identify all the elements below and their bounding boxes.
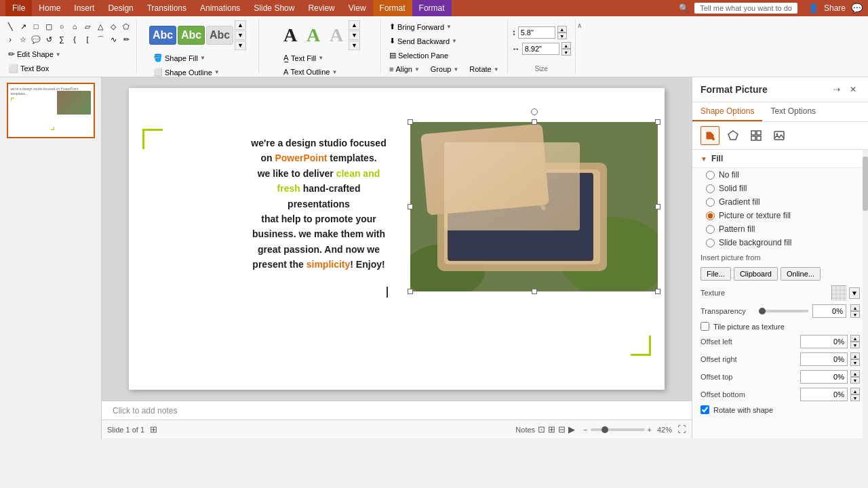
chevron-right-shape[interactable]: ›: [4, 33, 16, 45]
text-outline-button[interactable]: A Text Outline ▼: [279, 66, 341, 78]
handle-middle-right[interactable]: [655, 204, 660, 209]
notes-placeholder[interactable]: Click to add notes: [113, 406, 177, 415]
panel-tab-effects-icon[interactable]: [724, 126, 743, 145]
height-up[interactable]: ▲: [557, 26, 567, 33]
bring-forward-button[interactable]: ⬆ Bring Forward ▼: [385, 20, 456, 33]
tab-design[interactable]: Design: [101, 0, 140, 16]
tab-slideshow[interactable]: Slide Show: [247, 0, 301, 16]
file-button[interactable]: File...: [701, 267, 731, 281]
offset-top-down[interactable]: ▼: [850, 377, 860, 384]
height-input[interactable]: [518, 26, 555, 39]
slide-canvas[interactable]: we're a design studio focused on PowerPo…: [129, 88, 665, 390]
tab-view[interactable]: View: [342, 0, 373, 16]
panel-tab-layout-icon[interactable]: [747, 126, 766, 145]
curved-arrow-shape[interactable]: ↺: [43, 33, 55, 45]
arc-shape[interactable]: ⌒: [94, 33, 106, 45]
height-down[interactable]: ▼: [557, 33, 567, 39]
diamond-shape[interactable]: ◇: [107, 20, 119, 33]
transparency-up[interactable]: ▲: [850, 304, 860, 311]
ribbon-collapse[interactable]: ∧: [576, 19, 583, 74]
shape-style-2[interactable]: Abc: [178, 26, 205, 45]
send-backward-button[interactable]: ⬇ Send Backward ▼: [385, 35, 461, 47]
bracket-shape[interactable]: {: [68, 33, 81, 45]
arrow-shape[interactable]: ↗: [17, 20, 29, 33]
notes-button[interactable]: Notes: [515, 426, 535, 434]
gradient-fill-radio[interactable]: [706, 198, 715, 207]
handle-bottom-center[interactable]: [532, 289, 537, 294]
handle-top-center[interactable]: [532, 119, 537, 125]
shape-styles-down[interactable]: ▼: [235, 30, 246, 40]
slide-thumbnail[interactable]: we're a design studio focused on PowerPo…: [7, 83, 95, 138]
offset-top-up[interactable]: ▲: [850, 370, 860, 377]
rotate-checkbox[interactable]: [701, 405, 709, 414]
wordart-style-2[interactable]: A: [302, 24, 324, 46]
oval-shape[interactable]: ○: [56, 20, 68, 33]
parallelogram-shape[interactable]: ▱: [81, 20, 94, 33]
offset-left-input[interactable]: [800, 335, 848, 348]
shape-styles-up[interactable]: ▲: [235, 20, 246, 30]
slide-bg-fill-radio[interactable]: [706, 239, 715, 247]
wave-shape[interactable]: ∿: [107, 33, 119, 45]
text-box-button[interactable]: ⬜ Text Box: [4, 62, 53, 75]
shape-style-1[interactable]: Abc: [149, 26, 176, 45]
offset-bottom-up[interactable]: ▲: [850, 388, 860, 394]
shape-styles-more[interactable]: ▼: [235, 41, 246, 50]
rounded-rect-shape[interactable]: ▢: [43, 20, 55, 33]
picture-texture-fill-radio[interactable]: [706, 211, 715, 220]
line-shape[interactable]: ╲: [4, 20, 16, 33]
tab-file[interactable]: File: [5, 0, 32, 16]
online-button[interactable]: Online...: [781, 267, 821, 281]
texture-dropdown[interactable]: ▼: [849, 287, 860, 299]
fit-slide-icon[interactable]: ⊞: [150, 424, 157, 434]
offset-left-down[interactable]: ▼: [850, 342, 860, 348]
wordart-style-3[interactable]: A: [326, 24, 347, 46]
transparency-down[interactable]: ▼: [850, 311, 860, 318]
selection-pane-button[interactable]: ▤ Selection Pane: [385, 49, 452, 62]
fill-section-header[interactable]: ▼ Fill: [692, 150, 868, 168]
text-fill-button[interactable]: A̲ Text Fill ▼: [279, 52, 328, 64]
offset-top-input[interactable]: [800, 370, 848, 384]
tab-format-1[interactable]: Format: [373, 0, 412, 16]
formula-shape[interactable]: ∑: [56, 33, 68, 45]
zoom-plus[interactable]: +: [648, 426, 652, 434]
share-button[interactable]: Share: [824, 3, 846, 13]
wordart-styles-down[interactable]: ▼: [349, 30, 360, 40]
width-up[interactable]: ▲: [561, 42, 571, 49]
brace-shape[interactable]: [: [81, 33, 94, 45]
tab-transitions[interactable]: Transitions: [140, 0, 193, 16]
panel-tab-picture-icon[interactable]: [770, 126, 789, 145]
handle-middle-left[interactable]: [408, 204, 413, 209]
solid-fill-radio[interactable]: [706, 184, 715, 193]
view-reading-icon[interactable]: ⊟: [558, 424, 566, 434]
slide-image-container[interactable]: [410, 122, 658, 291]
width-input[interactable]: [522, 43, 559, 55]
view-slideshow-icon[interactable]: ▶: [568, 424, 575, 434]
tab-format-2[interactable]: Format: [412, 0, 452, 16]
clipboard-button[interactable]: Clipboard: [734, 267, 778, 281]
search-placeholder[interactable]: Tell me what you want to do: [694, 3, 797, 14]
panel-close-button[interactable]: ✕: [846, 83, 860, 96]
rotate-button[interactable]: Rotate ▼: [465, 63, 502, 75]
tab-shape-options[interactable]: Shape Options: [692, 102, 762, 121]
fit-page-icon[interactable]: ⛶: [677, 424, 686, 434]
shape-style-3[interactable]: Abc: [206, 26, 233, 45]
rect-shape[interactable]: □: [30, 20, 42, 33]
canvas-area[interactable]: we're a design studio focused on PowerPo…: [102, 77, 692, 401]
view-normal-icon[interactable]: ⊡: [538, 424, 545, 434]
tab-text-options[interactable]: Text Options: [762, 102, 824, 121]
view-grid-icon[interactable]: ⊞: [548, 424, 555, 434]
pentagon-shape[interactable]: ⬠: [120, 20, 132, 33]
no-fill-radio[interactable]: [706, 171, 715, 180]
offset-bottom-down[interactable]: ▼: [850, 394, 860, 401]
group-button[interactable]: Group ▼: [427, 63, 463, 75]
triangle-shape[interactable]: △: [94, 20, 106, 33]
rotate-handle[interactable]: [531, 108, 538, 115]
callout-shape[interactable]: 💬: [30, 33, 42, 45]
comment-icon[interactable]: 💬: [851, 3, 863, 14]
trapezoid-shape[interactable]: ⌂: [68, 20, 81, 33]
transparency-slider[interactable]: [759, 310, 808, 312]
offset-bottom-input[interactable]: [800, 388, 848, 401]
shape-fill-button[interactable]: 🪣 Shape Fill ▼: [149, 52, 210, 64]
panel-collapse-button[interactable]: ⇢: [830, 83, 844, 96]
handle-bottom-right[interactable]: [655, 289, 660, 294]
